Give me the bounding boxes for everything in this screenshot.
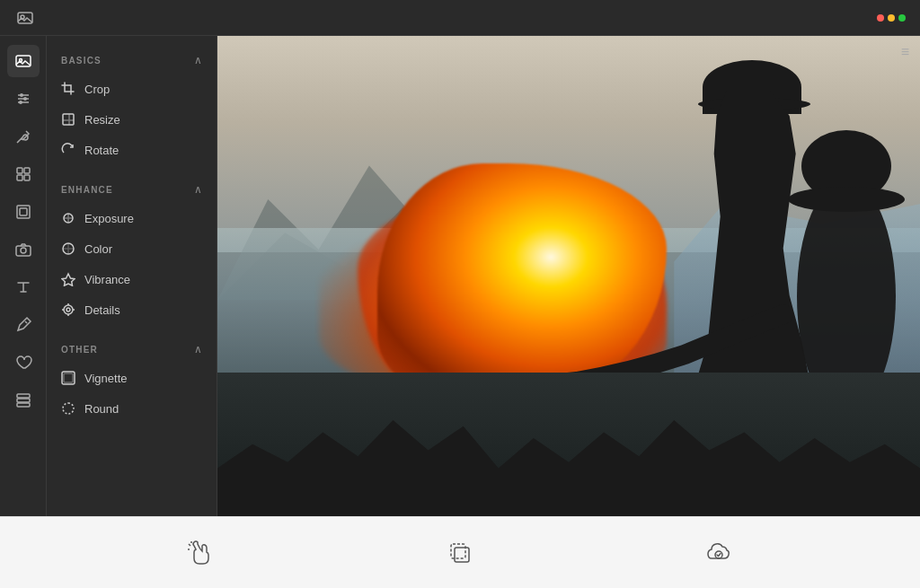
color-item[interactable]: Color bbox=[47, 233, 217, 264]
details-item[interactable]: Details bbox=[47, 294, 217, 325]
brush-icon-btn[interactable] bbox=[7, 120, 40, 153]
vibrance-label: Vibrance bbox=[84, 273, 130, 286]
color-icon bbox=[61, 241, 75, 256]
figure-body bbox=[689, 91, 815, 406]
enhance-section-header[interactable]: ENHANCE ∧ bbox=[47, 180, 217, 203]
svg-point-24 bbox=[66, 308, 70, 312]
svg-point-23 bbox=[64, 305, 73, 314]
other-chevron: ∧ bbox=[194, 343, 202, 355]
round-icon bbox=[61, 401, 75, 416]
basics-section-header[interactable]: BASICS ∧ bbox=[47, 50, 217, 74]
svg-rect-14 bbox=[17, 206, 30, 218]
svg-point-7 bbox=[20, 93, 23, 97]
exposure-icon bbox=[61, 211, 75, 225]
round-label: Round bbox=[84, 402, 119, 416]
exposure-item[interactable]: Exposure bbox=[47, 203, 217, 233]
round-item[interactable]: Round bbox=[47, 393, 217, 424]
copy-action[interactable] bbox=[446, 539, 474, 567]
main-area: BASICS ∧ Crop Resize Rotate bbox=[0, 36, 920, 516]
basics-title: BASICS bbox=[61, 56, 102, 66]
cloud-icon bbox=[704, 539, 733, 567]
svg-point-9 bbox=[19, 101, 22, 104]
layers-icon-btn[interactable] bbox=[7, 384, 40, 417]
svg-rect-11 bbox=[24, 168, 30, 173]
svg-rect-15 bbox=[20, 208, 27, 215]
minimize-dot[interactable] bbox=[888, 14, 895, 22]
enhance-chevron: ∧ bbox=[194, 183, 202, 196]
cloud-action[interactable] bbox=[704, 539, 733, 567]
resize-label: Resize bbox=[84, 113, 120, 127]
svg-rect-13 bbox=[24, 175, 30, 180]
artwork bbox=[217, 36, 920, 516]
frame-icon-btn[interactable] bbox=[7, 196, 40, 228]
svg-rect-19 bbox=[17, 399, 30, 402]
svg-rect-31 bbox=[63, 403, 74, 414]
exposure-label: Exposure bbox=[84, 212, 134, 225]
rotate-item[interactable]: Rotate bbox=[47, 135, 217, 165]
svg-rect-30 bbox=[64, 373, 73, 382]
touch-action[interactable] bbox=[187, 539, 216, 567]
canvas-menu-btn[interactable]: ≡ bbox=[901, 44, 909, 60]
crop-icon bbox=[61, 82, 75, 96]
panel-sidebar: BASICS ∧ Crop Resize Rotate bbox=[47, 36, 217, 516]
heart-icon-btn[interactable] bbox=[7, 347, 40, 379]
vibrance-item[interactable]: Vibrance bbox=[47, 264, 217, 294]
rotate-label: Rotate bbox=[84, 144, 119, 157]
text-icon-btn[interactable] bbox=[7, 271, 40, 303]
copy-icon bbox=[446, 539, 474, 567]
crop-label: Crop bbox=[84, 83, 110, 96]
top-bar bbox=[0, 0, 920, 36]
svg-point-17 bbox=[21, 248, 26, 253]
adjustments-icon-btn[interactable] bbox=[7, 83, 40, 115]
close-dot[interactable] bbox=[877, 14, 884, 22]
resize-item[interactable]: Resize bbox=[47, 104, 217, 135]
svg-rect-12 bbox=[17, 175, 22, 180]
resize-icon bbox=[61, 112, 75, 127]
pen-icon-btn[interactable] bbox=[7, 309, 40, 341]
svg-rect-0 bbox=[18, 13, 32, 23]
image-icon-btn[interactable] bbox=[7, 45, 40, 77]
other-title: OTHER bbox=[61, 345, 98, 355]
svg-line-35 bbox=[189, 544, 190, 546]
basics-chevron: ∧ bbox=[194, 54, 202, 66]
svg-rect-20 bbox=[17, 394, 30, 398]
enhance-title: ENHANCE bbox=[61, 185, 113, 195]
app-icon bbox=[14, 7, 36, 29]
color-label: Color bbox=[84, 242, 112, 256]
svg-point-8 bbox=[23, 97, 27, 101]
rotate-icon bbox=[61, 143, 75, 157]
canvas-inner: ≡ bbox=[217, 36, 920, 516]
details-label: Details bbox=[84, 303, 120, 317]
icon-sidebar bbox=[0, 36, 47, 516]
vignette-label: Vignette bbox=[84, 372, 127, 385]
svg-rect-18 bbox=[17, 403, 30, 407]
other-section-header[interactable]: OTHER ∧ bbox=[47, 339, 217, 363]
vignette-item[interactable]: Vignette bbox=[47, 363, 217, 393]
svg-rect-39 bbox=[451, 544, 465, 558]
maximize-dot[interactable] bbox=[898, 14, 906, 22]
svg-rect-21 bbox=[63, 114, 74, 125]
vibrance-icon bbox=[61, 272, 75, 286]
grid-icon-btn[interactable] bbox=[7, 158, 40, 190]
camera-icon-btn[interactable] bbox=[7, 233, 40, 266]
canvas-toolbar: ≡ bbox=[890, 36, 920, 68]
bottom-bar bbox=[0, 516, 920, 588]
svg-rect-2 bbox=[16, 56, 31, 66]
window-controls bbox=[877, 14, 906, 22]
vignette-icon bbox=[61, 371, 75, 385]
canvas-area[interactable]: ≡ bbox=[217, 36, 920, 516]
details-icon bbox=[61, 303, 75, 317]
touch-icon bbox=[187, 539, 216, 567]
svg-rect-10 bbox=[17, 168, 22, 173]
svg-rect-38 bbox=[455, 548, 469, 562]
crop-item[interactable]: Crop bbox=[47, 74, 217, 104]
